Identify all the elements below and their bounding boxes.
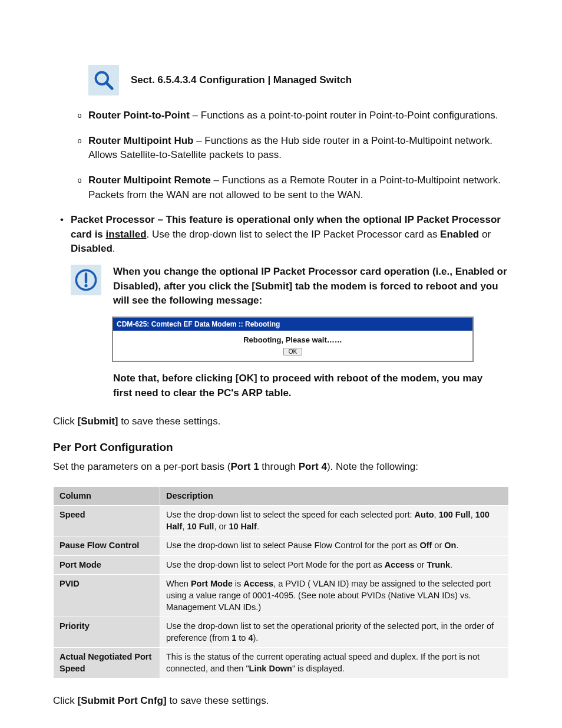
submit-port-button-label: [Submit Port Cnfg]: [78, 695, 167, 706]
submit-instruction: Click [Submit] to save these settings.: [53, 414, 509, 429]
list-item: • Packet Processor – This feature is ope…: [53, 213, 509, 256]
table-key: Priority: [54, 617, 160, 648]
intro-port1: Port 1: [230, 461, 259, 472]
table-row: Speed Use the drop-down list to select t…: [54, 506, 509, 536]
ok-button[interactable]: OK: [283, 348, 302, 355]
intro-mid: through: [259, 461, 299, 472]
per-port-intro: Set the parameters on a per-port basis (…: [53, 460, 509, 475]
table-value: Use the drop-down list to select Pause F…: [160, 536, 509, 556]
svg-point-4: [84, 284, 87, 287]
intro-post: ). Note the following:: [327, 461, 418, 472]
alert-text: When you change the optional IP Packet P…: [113, 265, 509, 308]
processor-disabled: Disabled: [71, 243, 113, 254]
table-value: When Port Mode is Access, a PVID ( VLAN …: [160, 575, 509, 617]
reboot-dialog: CDM-625: Comtech EF Data Modem :: Reboot…: [112, 317, 474, 362]
submit-button-label: [Submit]: [78, 416, 118, 427]
table-row: Actual Negotiated Port Speed This is the…: [54, 648, 509, 678]
table-key: Port Mode: [54, 555, 160, 575]
submit-pre: Click: [53, 416, 78, 427]
note-text: Note that, before clicking [OK] to proce…: [113, 371, 497, 400]
table-value: This is the status of the current operat…: [160, 648, 509, 678]
intro-port4: Port 4: [299, 461, 327, 472]
table-header-description: Description: [160, 486, 509, 506]
processor-mid: . Use the drop-down list to select the I…: [147, 229, 441, 240]
submit-post: to save these settings.: [118, 416, 221, 427]
bullet-icon: o: [71, 173, 88, 202]
alert-icon: [71, 265, 101, 295]
magnifier-icon: [88, 65, 119, 95]
svg-line-1: [106, 83, 112, 88]
table-header-row: Column Description: [54, 486, 509, 506]
list-item-text: – Functions as a point-to-point router i…: [190, 110, 498, 121]
bullet-icon: •: [53, 213, 71, 256]
table-row: PVID When Port Mode is Access, a PVID ( …: [54, 575, 509, 617]
table-header-column: Column: [54, 486, 160, 506]
table-row: Pause Flow Control Use the drop-down lis…: [54, 536, 509, 556]
intro-pre: Set the parameters on a per-port basis (: [53, 461, 230, 472]
alert-row: When you change the optional IP Packet P…: [71, 265, 509, 308]
per-port-table: Column Description Speed Use the drop-do…: [53, 486, 509, 679]
table-row: Port Mode Use the drop-down list to sele…: [54, 555, 509, 575]
table-value: Use the drop-down list to select Port Mo…: [160, 555, 509, 575]
table-value: Use the drop-down list to select the spe…: [160, 506, 509, 536]
list-item: o Router Point-to-Point – Functions as a…: [71, 108, 509, 123]
list-item: o Router Multipoint Remote – Functions a…: [71, 173, 509, 202]
processor-or: or: [479, 229, 491, 240]
submit-port-pre: Click: [53, 695, 78, 706]
bullet-icon: o: [71, 134, 88, 163]
table-key: Pause Flow Control: [54, 536, 160, 556]
processor-dot: .: [113, 243, 115, 254]
processor-enabled: Enabled: [440, 229, 479, 240]
reboot-message: Rebooting, Please wait……: [113, 335, 472, 344]
section-title: Sect. 6.5.4.3.4 Configuration | Managed …: [131, 74, 352, 86]
bullet-icon: o: [71, 108, 88, 123]
table-key: Speed: [54, 506, 160, 536]
list-item-label: Router Point-to-Point: [88, 110, 190, 121]
list-item-label: Router Multipoint Hub: [88, 135, 193, 146]
reboot-dialog-title: CDM-625: Comtech EF Data Modem :: Reboot…: [113, 318, 472, 331]
document-page: Sect. 6.5.4.3.4 Configuration | Managed …: [0, 0, 562, 728]
section-header-row: Sect. 6.5.4.3.4 Configuration | Managed …: [88, 65, 509, 95]
submit-port-instruction: Click [Submit Port Cnfg] to save these s…: [53, 694, 509, 709]
table-key: Actual Negotiated Port Speed: [54, 648, 160, 678]
per-port-header: Per Port Configuration: [53, 441, 509, 454]
table-key: PVID: [54, 575, 160, 617]
table-value: Use the drop-down list to set the operat…: [160, 617, 509, 648]
table-row: Priority Use the drop-down list to set t…: [54, 617, 509, 648]
submit-port-post: to save these settings.: [167, 695, 269, 706]
processor-underlined: installed: [106, 229, 147, 240]
list-item: o Router Multipoint Hub – Functions as t…: [71, 134, 509, 163]
list-item-label: Router Multipoint Remote: [88, 174, 211, 186]
